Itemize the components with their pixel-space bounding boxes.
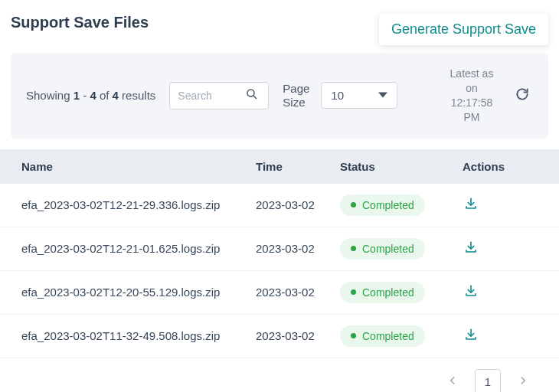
pager-page-1[interactable]: 1 xyxy=(475,369,501,392)
cell-actions xyxy=(463,195,548,214)
cell-time: 2023-03-02 xyxy=(256,329,340,342)
of-text: of xyxy=(96,89,113,102)
latest-line1: Latest as on xyxy=(443,67,501,96)
status-dot-icon xyxy=(351,202,356,207)
svg-point-0 xyxy=(247,90,254,96)
download-icon xyxy=(464,245,478,256)
cell-actions xyxy=(463,239,548,258)
refresh-icon xyxy=(515,93,530,104)
refresh-button[interactable] xyxy=(512,83,533,107)
table-header-row: Name Time Status Actions xyxy=(0,149,559,184)
status-text: Completed xyxy=(362,199,414,211)
results-suffix: results xyxy=(119,89,155,102)
col-header-status: Status xyxy=(340,160,463,173)
search-icon xyxy=(245,87,259,104)
download-icon xyxy=(464,332,478,344)
cell-status: Completed xyxy=(340,238,463,260)
pager-prev-button[interactable] xyxy=(440,369,466,392)
cell-status: Completed xyxy=(340,194,463,216)
pager-next-button[interactable] xyxy=(510,369,536,392)
chevron-down-icon xyxy=(378,89,387,102)
svg-line-1 xyxy=(254,96,257,99)
page-size-label: Page Size xyxy=(283,82,313,109)
download-button[interactable] xyxy=(463,195,479,214)
latest-line2: 12:17:58 PM xyxy=(443,96,501,125)
cell-name: efa_2023-03-02T11-32-49.508.logs.zip xyxy=(11,329,256,342)
cell-name: efa_2023-03-02T12-21-01.625.logs.zip xyxy=(11,242,256,255)
download-icon xyxy=(464,201,478,213)
cell-time: 2023-03-02 xyxy=(256,286,340,299)
page-title: Support Save Files xyxy=(11,14,149,31)
cell-actions xyxy=(463,283,548,302)
status-dot-icon xyxy=(351,333,356,338)
search-input[interactable] xyxy=(178,90,245,102)
range-start: 1 xyxy=(74,89,80,102)
search-field[interactable] xyxy=(169,82,269,109)
table-row: efa_2023-03-02T12-21-01.625.logs.zip2023… xyxy=(0,227,559,271)
cell-status: Completed xyxy=(340,325,463,347)
page-size-value: 10 xyxy=(331,89,344,102)
showing-prefix: Showing xyxy=(26,89,74,102)
status-badge: Completed xyxy=(340,194,425,216)
download-button[interactable] xyxy=(463,326,479,345)
cell-name: efa_2023-03-02T12-20-55.129.logs.zip xyxy=(11,286,256,299)
cell-time: 2023-03-02 xyxy=(256,198,340,211)
latest-timestamp: Latest as on 12:17:58 PM xyxy=(443,67,501,125)
results-total: 4 xyxy=(113,89,119,102)
download-button[interactable] xyxy=(463,283,479,302)
pagination: 1 xyxy=(0,358,559,392)
status-dot-icon xyxy=(351,289,356,295)
page-size-group: Page Size 10 xyxy=(283,82,397,109)
table-row: efa_2023-03-02T11-32-49.508.logs.zip2023… xyxy=(0,315,559,358)
status-badge: Completed xyxy=(340,238,425,260)
status-dot-icon xyxy=(351,246,356,251)
status-badge: Completed xyxy=(340,325,425,347)
cell-time: 2023-03-02 xyxy=(256,242,340,255)
cell-actions xyxy=(463,326,548,345)
table-row: efa_2023-03-02T12-21-29.336.logs.zip2023… xyxy=(0,184,559,227)
col-header-name: Name xyxy=(11,160,256,173)
generate-support-save-button[interactable]: Generate Support Save xyxy=(379,14,548,45)
cell-name: efa_2023-03-02T12-21-29.336.logs.zip xyxy=(11,198,256,211)
chevron-right-icon xyxy=(518,376,528,387)
col-header-time: Time xyxy=(256,160,340,173)
chevron-left-icon xyxy=(448,376,457,387)
files-table: Name Time Status Actions efa_2023-03-02T… xyxy=(0,149,559,358)
download-icon xyxy=(464,289,478,300)
table-row: efa_2023-03-02T12-20-55.129.logs.zip2023… xyxy=(0,271,559,315)
range-sep: - xyxy=(80,89,90,102)
range-end: 4 xyxy=(90,89,96,102)
cell-status: Completed xyxy=(340,282,463,303)
showing-results-text: Showing 1 - 4 of 4 results xyxy=(26,89,155,102)
col-header-actions: Actions xyxy=(463,160,548,173)
download-button[interactable] xyxy=(463,239,479,258)
status-text: Completed xyxy=(362,330,414,342)
status-badge: Completed xyxy=(340,282,425,303)
toolbar: Showing 1 - 4 of 4 results Page Size 10 … xyxy=(11,53,548,139)
page-size-select[interactable]: 10 xyxy=(321,82,397,109)
status-text: Completed xyxy=(362,286,414,299)
status-text: Completed xyxy=(362,243,414,255)
